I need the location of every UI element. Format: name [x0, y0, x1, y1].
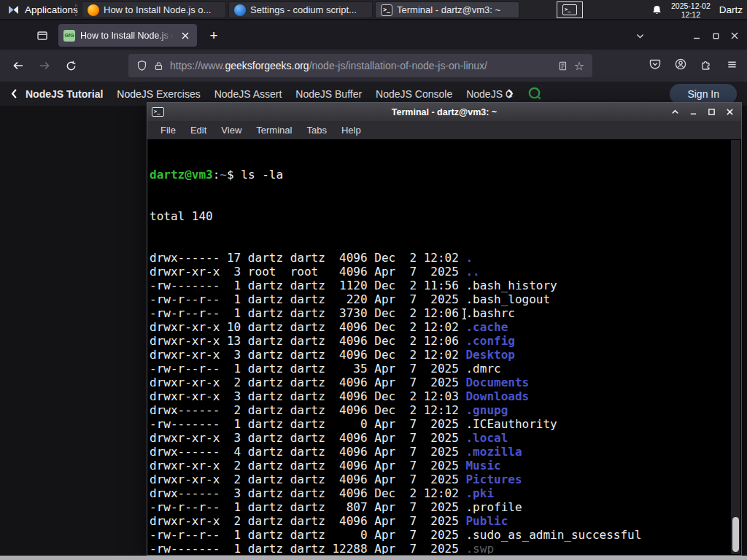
tab-close-icon[interactable]: [179, 29, 192, 42]
prompt-command: $ ls -la: [227, 168, 283, 182]
shield-icon[interactable]: [136, 60, 147, 71]
panel-separator: [75, 4, 77, 16]
applications-menu[interactable]: Applications: [3, 0, 82, 20]
focused-window-indicator[interactable]: >_: [557, 1, 583, 18]
nav-link-nodejs-crypto[interactable]: NodeJS Crypto: [466, 88, 513, 100]
terminal-output-line: drwxr-xr-x 3 dartz dartz 4096 Dec 2 12:0…: [150, 348, 731, 362]
file-attributes: drwxr-xr-x 2 dartz dartz 4096 Apr 7 2025: [150, 514, 465, 528]
file-name: .mozilla: [465, 445, 522, 459]
terminal-menu-file[interactable]: File: [153, 125, 183, 136]
top-panel: Applications How to Install Node.js o...…: [0, 0, 747, 20]
file-attributes: -rw------- 1 dartz dartz 12288 Apr 7 202…: [150, 542, 465, 554]
new-tab-button[interactable]: +: [204, 26, 223, 45]
file-name: .dmrc: [465, 362, 500, 376]
url-text: https://www.geeksforgeeks.org/node-js/in…: [170, 60, 551, 71]
file-name: .config: [465, 334, 514, 348]
terminal-title: Terminal - dartz@vm3: ~: [147, 107, 741, 117]
close-icon[interactable]: [722, 105, 737, 119]
maximize-icon[interactable]: [706, 26, 725, 45]
nav-link-nodejs-assert[interactable]: NodeJS Assert: [214, 88, 282, 100]
file-name: .: [465, 251, 473, 265]
bell-icon[interactable]: [651, 4, 662, 16]
desktop: Applications How to Install Node.js o...…: [0, 0, 747, 560]
terminal-menu-edit[interactable]: Edit: [183, 125, 214, 136]
terminal-output-line: drwxr-xr-x 2 dartz dartz 4096 Apr 7 2025…: [150, 514, 731, 528]
clock-time: 12:12: [671, 10, 711, 19]
reader-mode-icon[interactable]: [558, 61, 568, 71]
scroll-right-icon[interactable]: [507, 88, 514, 99]
taskbar-button-label: How to Install Node.js o...: [104, 4, 211, 15]
terminal-menu-tabs[interactable]: Tabs: [299, 125, 333, 136]
terminal-titlebar[interactable]: >_ Terminal - dartz@vm3: ~: [147, 103, 741, 121]
codium-icon: [234, 4, 246, 16]
terminal-prompt-line: dartz@vm3:~$ ls -la: [150, 168, 731, 182]
sign-in-button[interactable]: Sign In: [670, 84, 737, 104]
terminal-output-line: drwxr-xr-x 3 root root 4096 Apr 7 2025 .…: [150, 265, 731, 279]
list-all-tabs-icon[interactable]: [630, 26, 649, 45]
terminal-output-line: drwxr-xr-x 3 dartz dartz 4096 Dec 2 12:0…: [150, 389, 731, 403]
scroll-left-icon[interactable]: [10, 88, 18, 99]
terminal-output-line: -rw------- 1 dartz dartz 12288 Apr 7 202…: [150, 542, 731, 554]
file-attributes: drwx------ 4 dartz dartz 4096 Apr 7 2025: [150, 445, 465, 459]
taskbar-button-firefox[interactable]: How to Install Node.js o...: [82, 1, 226, 18]
terminal-menubar: FileEditViewTerminalTabsHelp: [147, 121, 741, 139]
terminal-output[interactable]: dartz@vm3:~$ ls -la total 140 drwx------…: [148, 140, 731, 554]
url-domain: geeksforgeeks.org: [225, 60, 309, 71]
applications-icon: [7, 4, 20, 16]
file-attributes: drwxr-xr-x 2 dartz dartz 4096 Apr 7 2025: [150, 459, 465, 472]
file-name: .pki: [465, 486, 494, 500]
prompt-user-host: dartz@vm3: [150, 168, 213, 182]
clock-date: 2025-12-02: [671, 1, 711, 10]
lock-icon[interactable]: [154, 61, 163, 71]
shade-icon[interactable]: [667, 105, 682, 119]
taskbar-button-terminal[interactable]: >_Terminal - dartz@vm3: ~: [375, 1, 519, 18]
terminal-scrollbar-thumb[interactable]: [732, 517, 739, 552]
nav-link-nodejs-tutorial[interactable]: NodeJS Tutorial: [26, 88, 103, 100]
account-icon[interactable]: [671, 55, 690, 74]
browser-tab[interactable]: GfG How to Install Node.js on: [58, 24, 197, 47]
page-bottom-scrollbar[interactable]: [0, 556, 747, 560]
window-taskbar: How to Install Node.js o...Settings - co…: [82, 1, 519, 18]
terminal-menu-help[interactable]: Help: [334, 125, 368, 136]
back-icon[interactable]: [7, 55, 29, 77]
terminal-menu-terminal[interactable]: Terminal: [249, 125, 299, 136]
close-window-icon[interactable]: [725, 26, 744, 45]
hamburger-menu-icon[interactable]: [722, 55, 741, 74]
taskbar-button-label: Terminal - dartz@vm3: ~: [397, 4, 500, 15]
nav-link-nodejs-buffer[interactable]: NodeJS Buffer: [295, 88, 362, 100]
extensions-puzzle-icon[interactable]: [697, 55, 716, 74]
url-bar[interactable]: https://www.geeksforgeeks.org/node-js/in…: [128, 54, 592, 77]
file-name: .bash_logout: [465, 292, 550, 306]
terminal-menu-view[interactable]: View: [214, 125, 249, 136]
file-attributes: drwxr-xr-x 3 dartz dartz 4096 Dec 2 12:0…: [150, 348, 465, 362]
nav-link-nodejs-console[interactable]: NodeJS Console: [376, 88, 452, 100]
terminal-scrollbar[interactable]: [731, 140, 740, 554]
terminal-output-line: drwxr-xr-x 3 dartz dartz 4096 Apr 7 2025…: [150, 431, 731, 445]
file-name: Desktop: [465, 348, 514, 362]
nav-link-nodejs-exercises[interactable]: NodeJS Exercises: [117, 88, 200, 100]
file-name: .ICEauthority: [465, 417, 557, 431]
terminal-output-line: drwxr-xr-x 2 dartz dartz 4096 Apr 7 2025…: [150, 376, 731, 389]
file-name: .cache: [465, 320, 508, 334]
file-attributes: -rw-r--r-- 1 dartz dartz 3730 Dec 2 12:0…: [150, 306, 465, 320]
user-menu[interactable]: Dartz: [719, 4, 743, 15]
forward-icon[interactable]: [34, 55, 55, 77]
file-attributes: drwxr-xr-x 10 dartz dartz 4096 Dec 2 12:…: [150, 320, 465, 334]
gfg-favicon: GfG: [63, 30, 75, 42]
maximize-icon[interactable]: [704, 105, 719, 119]
reload-icon[interactable]: [60, 55, 82, 77]
terminal-output-line: drwx------ 17 dartz dartz 4096 Dec 2 12:…: [150, 251, 731, 265]
text-cursor-pointer: [460, 307, 469, 321]
taskbar-button-codium[interactable]: Settings - codium script...: [228, 1, 373, 18]
terminal-output-line: drwx------ 4 dartz dartz 4096 Apr 7 2025…: [150, 445, 731, 459]
minimize-icon[interactable]: [687, 26, 706, 45]
firefox-view-button[interactable]: [32, 26, 53, 45]
bookmark-star-icon[interactable]: ☆: [574, 59, 584, 73]
search-icon[interactable]: [527, 86, 543, 101]
file-name: Music: [465, 459, 500, 472]
clock[interactable]: 2025-12-02 12:12: [671, 1, 711, 19]
minimize-icon[interactable]: [686, 105, 700, 119]
tab-title: How to Install Node.js on: [80, 31, 174, 41]
pocket-icon[interactable]: [646, 55, 665, 74]
file-attributes: drwx------ 17 dartz dartz 4096 Dec 2 12:…: [150, 251, 465, 265]
